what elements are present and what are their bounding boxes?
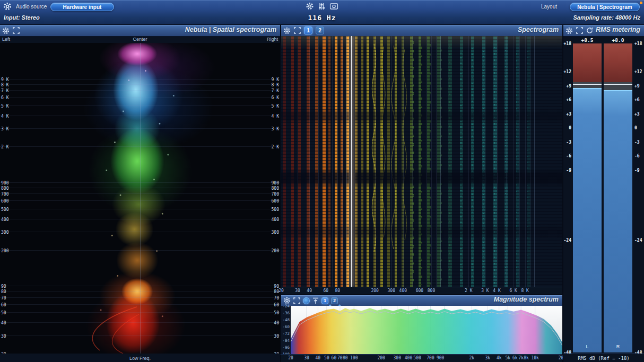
settings-sliders-icon[interactable] [318,3,326,10]
magnitude-fill [291,308,562,354]
channel-label: L [573,344,602,349]
input-info: Input: Stereo [4,14,40,21]
gear-icon[interactable] [283,27,291,34]
fullscreen-icon[interactable] [293,297,300,304]
spectrogram-cursor [351,36,352,287]
spatial-spectrogram-panel: Nebula | Spatial spectrogram Left Center… [0,25,280,362]
rms-scale-right: +18+12+9+6+30-3-6-9-24-48 [633,43,644,352]
layout-preset-button[interactable]: Nebula | Spectrogram [570,3,640,11]
spectrogram-plot[interactable] [281,36,562,287]
reset-refresh-icon[interactable] [586,27,593,34]
notification-dot [640,2,642,4]
view-2-button[interactable]: 2 [331,297,338,304]
spectrogram-time-texture [281,36,562,287]
spectrogram-xaxis: 20304060802003004006008002 K3 K4 K6 K8 K [281,287,562,294]
gear-icon[interactable] [565,27,573,34]
spatial-viz[interactable]: 9 K9 K8 K8 K7 K7 K6 K6 K5 K5 K4 K4 K3 K3… [0,43,280,354]
spatial-panel-header: Nebula | Spatial spectrogram [0,25,280,36]
gear-icon[interactable] [306,2,314,10]
rms-meter: R [604,43,632,352]
rms-value-left: +8.5 [573,37,602,43]
nebula-app: Audio source Hardware input Input: Stere… [0,0,644,362]
meter-peak-line [573,84,602,85]
rms-value-right: +8.0 [604,37,632,43]
gear-icon[interactable] [3,2,12,11]
rms-panel-header: RMS metering [563,25,644,36]
low-freq-label: Low Freq. [129,356,151,361]
view-1-button[interactable]: 1 [304,27,312,34]
rms-meter-fill [604,90,632,352]
pan-axis-labels: Left Center Right [0,37,280,43]
snapshot-camera-icon[interactable] [330,3,338,10]
pan-center-label: Center [133,37,147,42]
audio-source-label: Audio source [16,4,47,10]
panel-title: RMS metering [596,26,640,33]
rms-reference-footer: RMS dB (Ref = -18) [563,354,644,362]
pan-right-label: Right [267,37,278,42]
gear-icon[interactable] [2,27,10,34]
fullscreen-icon[interactable] [13,27,20,34]
meter-peak-line [604,84,632,85]
hold-toggle-button[interactable] [303,297,310,304]
fullscreen-icon[interactable] [576,27,583,34]
center-toolbar [306,2,338,10]
rms-values-row: +8.5 +8.0 [563,37,644,43]
panel-title: Nebula | Spatial spectrogram [185,26,276,33]
fullscreen-icon[interactable] [294,27,301,34]
meter-red-zone [604,43,632,82]
peak-reset-icon[interactable] [312,297,319,304]
spectrogram-panel-header: 1 2 Spectrogram [281,25,562,36]
center-pan-line [140,43,141,354]
view-2-button[interactable]: 2 [316,27,324,34]
rms-meter: L [573,43,602,352]
panel-title: Spectrogram [518,26,559,33]
panel-title: Magnitude spectrum [494,296,559,303]
hardware-input-button[interactable]: Hardware input [50,3,114,11]
view-1-button[interactable]: 1 [321,297,328,304]
magnitude-spectrum-panel: 1 2 + + Magnitude spectrum -24-36-48-60-… [281,295,562,362]
top-bar: Audio source Hardware input Input: Stere… [0,0,644,25]
sampling-rate-label: Sampling rate: 48000 Hz [573,14,640,21]
magnitude-yaxis: -24-36-48-60-72-84-96-108 [281,306,291,354]
rms-meter-fill [573,88,602,352]
magnitude-xaxis: 203040506070801002003004005007009002k3k4… [281,354,562,362]
channel-label: R [604,344,632,349]
rms-metering-panel: RMS metering +8.5 +8.0 +18+12+9+6+30-3-6… [563,25,644,362]
magnitude-plot[interactable] [291,306,562,354]
layout-button[interactable]: Layout [541,4,557,10]
spectrogram-panel: 1 2 Spectrogram [281,25,562,294]
meter-red-zone [573,43,602,82]
magnitude-panel-header: 1 2 + + Magnitude spectrum [281,295,562,306]
rms-scale-left: +18+12+9+6+30-3-6-9-24-48 [563,43,572,352]
magnitude-svg [291,306,562,354]
cursor-frequency-readout: 116 Hz [308,14,336,22]
pan-left-label: Left [2,37,10,42]
